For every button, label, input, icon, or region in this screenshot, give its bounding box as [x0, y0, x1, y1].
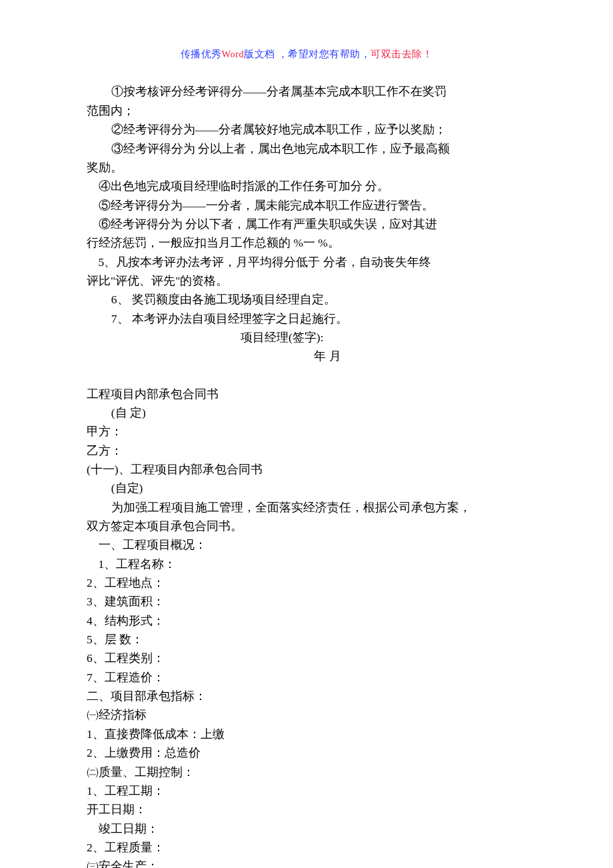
body-line: 1、工程工期：	[87, 781, 526, 800]
body-line: 评比"评优、评先"的资格。	[87, 271, 526, 290]
body-line: 5、层 数：	[87, 630, 526, 649]
body-line: 奖励。	[87, 158, 526, 177]
body-line: ㈡质量、工期控制：	[87, 763, 526, 781]
header-watermark: 传播优秀Word版文档 ，希望对您有帮助，可双击去除！	[87, 47, 526, 62]
document-page: 传播优秀Word版文档 ，希望对您有帮助，可双击去除！ ①按考核评分经考评得分—…	[0, 0, 613, 868]
body-line: 3、建筑面积：	[87, 592, 526, 611]
body-line: (自定)	[87, 479, 526, 497]
body-line: 5、凡按本考评办法考评，月平均得分低于 分者，自动丧失年终	[87, 253, 526, 271]
body-line: 二、项目部承包指标：	[87, 687, 526, 705]
body-line: 6、工程类别：	[87, 649, 526, 667]
body-line: 2、工程质量：	[87, 838, 526, 857]
body-line: 2、上缴费用：总造价	[87, 743, 526, 762]
section-title: 工程项目内部承包合同书	[87, 385, 526, 403]
header-mid: 版文档 ，希望对您有帮助，	[244, 49, 370, 59]
body-line: 2、工程地点：	[87, 573, 526, 592]
body-line: ④出色地完成项目经理临时指派的工作任务可加分 分。	[87, 177, 526, 195]
body-line: 乙方：	[87, 441, 526, 460]
body-line: ㈢安全生产：	[87, 857, 526, 868]
blank-line	[87, 366, 526, 385]
body-line: 7、工程造价：	[87, 668, 526, 687]
body-line: 行经济惩罚，一般应扣当月工作总额的 %一 %。	[87, 233, 526, 252]
header-suffix: 可双击去除！	[370, 49, 432, 59]
date-line: 年 月	[87, 347, 526, 365]
body-line: 为加强工程项目施工管理，全面落实经济责任，根据公司承包方案，	[87, 498, 526, 517]
body-line: 7、 本考评办法自项目经理签字之日起施行。	[87, 309, 526, 328]
signature-label: 项目经理(签字):	[87, 328, 526, 347]
body-line: ②经考评得分为——分者属较好地完成本职工作，应予以奖励；	[87, 120, 526, 139]
header-prefix: 传播优秀	[181, 49, 222, 59]
body-line: 一、工程项目概况：	[87, 535, 526, 554]
body-line: ①按考核评分经考评得分——分者属基本完成本职工作不在奖罚	[87, 82, 526, 101]
body-line: 开工日期：	[87, 800, 526, 819]
body-line: (自 定)	[87, 403, 526, 422]
body-line: ③经考评得分为 分以上者，属出色地完成本职工作，应予最高额	[87, 139, 526, 158]
body-line: 甲方：	[87, 422, 526, 441]
body-line: ㈠经济指标	[87, 705, 526, 724]
body-line: 4、结构形式：	[87, 611, 526, 630]
body-line: 1、直接费降低成本：上缴	[87, 725, 526, 743]
body-line: 竣工日期：	[87, 819, 526, 838]
body-line: 范围内；	[87, 101, 526, 120]
body-line: 1、工程名称：	[87, 555, 526, 573]
body-line: 双方签定本项目承包合同书。	[87, 517, 526, 535]
body-line: 6、 奖罚额度由各施工现场项目经理自定。	[87, 290, 526, 309]
header-word: Word	[222, 49, 245, 59]
body-line: ⑤经考评得分为——一分者，属未能完成本职工作应进行警告。	[87, 196, 526, 215]
body-line: ⑥经考评得分为 分以下者，属工作有严重失职或失误，应对其进	[87, 215, 526, 233]
body-line: (十一)、工程项目内部承包合同书	[87, 460, 526, 479]
